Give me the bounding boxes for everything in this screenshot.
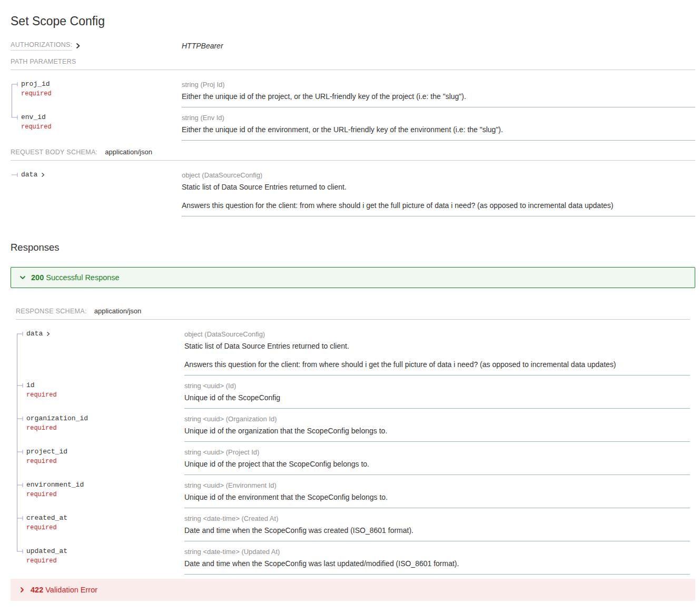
field-detail-cell: object (DataSourceConfig) Static list of…: [182, 165, 695, 216]
field-type: string <date-time> (Updated At): [184, 547, 690, 556]
field-description: Unique id of the project that the ScopeC…: [184, 459, 690, 469]
tree-branch-icon: [17, 549, 24, 554]
responses-heading: Responses: [11, 241, 689, 254]
field-description-2: Answers this question for the client: fr…: [184, 359, 690, 370]
field-type: string <uuid> (Environment Id): [184, 481, 690, 490]
field-name: env_id: [21, 113, 46, 122]
tree-line: [17, 334, 17, 375]
field-name-cell: created_at required: [16, 508, 184, 541]
request-content-type[interactable]: application/json: [105, 148, 152, 156]
response-200-code: 200: [31, 273, 44, 282]
authorizations-toggle[interactable]: AUTHORIZATIONS:: [11, 41, 81, 51]
response-schema-header: RESPONSE SCHEMA: application/json: [16, 307, 690, 320]
field-type: string <uuid> (Project Id): [184, 448, 690, 457]
field-required-label: required: [21, 123, 176, 131]
chevron-right-icon: [75, 43, 81, 49]
tree-branch-icon: [12, 115, 18, 120]
field-description: Date and time when the ScopeConfig was c…: [184, 525, 690, 536]
field-row-proj-id: proj_id required string (Proj Id) Either…: [11, 74, 695, 107]
field-name-expandable[interactable]: data: [21, 171, 37, 179]
tree-branch-icon: [17, 416, 24, 421]
field-type: string <date-time> (Created At): [184, 514, 690, 523]
path-parameters-label: PATH PARAMETERS: [11, 58, 76, 65]
field-required-label: required: [26, 391, 179, 399]
field-name-cell: data: [16, 324, 184, 375]
field-name: id: [26, 381, 35, 390]
response-422-toggle[interactable]: 422 Validation Error: [11, 579, 695, 601]
field-name-cell: env_id required: [11, 107, 182, 141]
tree-line: [17, 475, 17, 508]
field-required-label: required: [21, 90, 176, 97]
field-type: string (Env Id): [182, 113, 695, 122]
field-description: Unique id of the environment that the Sc…: [184, 492, 690, 502]
response-200-label: Successful Response: [46, 273, 119, 282]
field-required-label: required: [26, 458, 179, 465]
authorizations-label: AUTHORIZATIONS:: [11, 41, 72, 51]
chevron-down-icon: [19, 274, 26, 281]
field-name-cell: environment_id required: [16, 475, 184, 508]
tree-branch-icon: [17, 449, 24, 454]
field-description: Unique id of the ScopeConfig: [184, 392, 690, 403]
path-parameters-header: PATH PARAMETERS: [11, 58, 695, 70]
field-name: organization_id: [26, 414, 88, 423]
chevron-right-icon[interactable]: [41, 172, 45, 177]
field-detail-cell: string <uuid> (Environment Id) Unique id…: [184, 475, 690, 508]
field-type: object (DataSourceConfig): [184, 330, 690, 339]
field-row-updated-at: updated_at required string <date-time> (…: [16, 541, 690, 575]
tree-line: [17, 409, 17, 442]
field-description: Date and time when the ScopeConfig was l…: [184, 558, 690, 569]
auth-scheme-value: HTTPBearer: [182, 41, 223, 51]
field-name-expandable[interactable]: data: [26, 330, 43, 338]
tree-branch-icon: [12, 172, 18, 177]
request-body-schema-label: REQUEST BODY SCHEMA:: [11, 149, 97, 156]
field-description: Either the unique id of the project, or …: [182, 91, 695, 102]
field-row-data: data object (DataSourceConfig) Static li…: [16, 324, 690, 375]
field-type: string <uuid> (Organization Id): [184, 414, 690, 423]
field-name: environment_id: [26, 481, 84, 489]
field-name: proj_id: [21, 80, 50, 88]
tree-branch-icon: [17, 516, 24, 521]
field-description: Static list of Data Source Entries retur…: [182, 182, 695, 192]
field-row-environment-id: environment_id required string <uuid> (E…: [16, 475, 690, 508]
request-body-schema-header: REQUEST BODY SCHEMA: application/json: [11, 148, 695, 161]
response-200-toggle[interactable]: 200 Successful Response: [11, 267, 695, 288]
field-name-cell: updated_at required: [16, 541, 184, 575]
field-detail-cell: string <uuid> (Project Id) Unique id of …: [184, 442, 690, 475]
field-row-created-at: created_at required string <date-time> (…: [16, 508, 690, 541]
authorizations-label-cell: AUTHORIZATIONS:: [11, 41, 182, 51]
field-description-2: Answers this question for the client: fr…: [182, 200, 695, 211]
page-title: Set Scope Config: [0, 0, 700, 28]
field-name-cell: organization_id required: [16, 409, 184, 442]
request-body-fields: data object (DataSourceConfig) Static li…: [0, 165, 700, 216]
field-name-cell: id required: [16, 375, 184, 409]
field-detail-cell: string <uuid> (Organization Id) Unique i…: [184, 409, 690, 442]
field-detail-cell: object (DataSourceConfig) Static list of…: [184, 324, 690, 375]
field-description: Unique id of the organization that the S…: [184, 426, 690, 436]
tree-branch-icon: [17, 383, 24, 388]
field-detail-cell: string <date-time> (Updated At) Date and…: [184, 541, 690, 575]
field-row-env-id: env_id required string (Env Id) Either t…: [11, 107, 695, 141]
field-row-organization-id: organization_id required string <uuid> (…: [16, 409, 690, 442]
chevron-right-icon[interactable]: [46, 331, 50, 337]
response-schema-section: RESPONSE SCHEMA: application/json data o…: [16, 307, 690, 575]
field-detail-cell: string (Env Id) Either the unique id of …: [182, 107, 695, 141]
chevron-right-icon: [18, 586, 26, 594]
tree-line: [12, 84, 12, 107]
field-name-cell: proj_id required: [11, 74, 182, 107]
tree-line: [17, 375, 17, 409]
field-required-label: required: [26, 557, 179, 565]
field-detail-cell: string <uuid> (Id) Unique id of the Scop…: [184, 375, 690, 409]
field-name: created_at: [26, 514, 67, 522]
response-content-type[interactable]: application/json: [94, 307, 142, 315]
authorizations-row: AUTHORIZATIONS: HTTPBearer: [11, 41, 695, 51]
field-name-cell: project_id required: [16, 442, 184, 475]
response-schema-label: RESPONSE SCHEMA:: [16, 308, 87, 315]
tree-branch-icon: [17, 482, 24, 488]
field-name: updated_at: [26, 547, 67, 556]
response-schema-fields: data object (DataSourceConfig) Static li…: [16, 324, 690, 575]
field-description: Static list of Data Source Entries retur…: [184, 341, 690, 351]
field-required-label: required: [26, 424, 179, 432]
field-required-label: required: [26, 524, 179, 531]
field-type: object (DataSourceConfig): [182, 171, 695, 180]
field-type: string (Proj Id): [182, 80, 695, 89]
